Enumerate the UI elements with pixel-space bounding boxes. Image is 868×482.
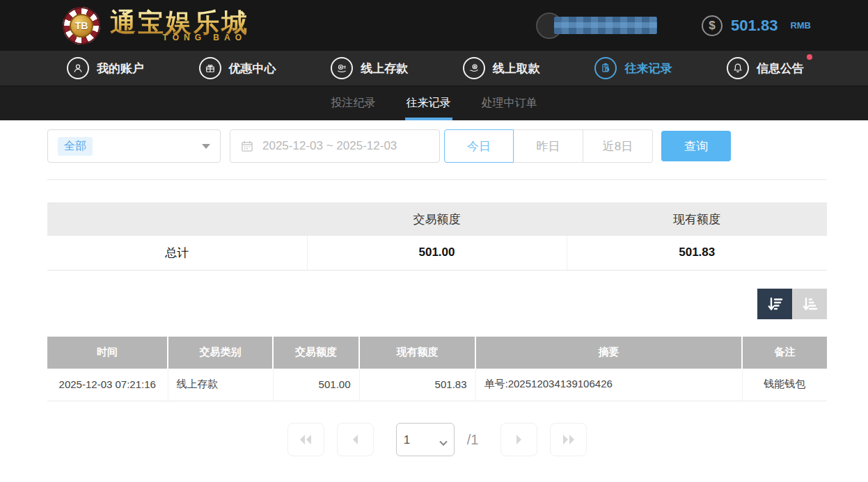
page-select[interactable]: 1: [396, 423, 455, 456]
sort-asc-icon: [800, 296, 819, 312]
next-page-icon: [514, 434, 524, 445]
deposit-icon: [331, 57, 353, 79]
withdraw-icon: [463, 57, 485, 79]
header-summary: 摘要: [475, 337, 742, 369]
date-range-input[interactable]: 2025-12-03 ~ 2025-12-03: [230, 129, 440, 163]
tab-bet-records[interactable]: 投注纪录: [330, 86, 377, 120]
header-current-balance: 现有额度: [359, 337, 475, 369]
pagination: 1 /1: [47, 423, 827, 456]
records-icon: [594, 57, 617, 79]
main-nav: 我的账户 优惠中心 线上存款 线上取款 往来记录: [0, 51, 868, 86]
content: 全部 2025-12-03 ~ 2025-12-03 今日 昨日 近8日 查询 …: [0, 129, 868, 456]
prev-page-icon: [350, 434, 360, 445]
gift-icon: [199, 57, 221, 79]
type-select[interactable]: 全部: [47, 129, 221, 163]
last-page-button[interactable]: [550, 423, 587, 456]
summary-total-label: 总计: [47, 236, 307, 270]
summary-total-row: 总计 501.00 501.83: [47, 236, 827, 270]
nav-item-promotions[interactable]: 优惠中心: [199, 57, 276, 79]
quick-date-group: 今日 昨日 近8日: [444, 129, 653, 163]
summary-header-transaction: 交易额度: [307, 202, 567, 236]
poker-chip-icon: TB: [63, 7, 100, 45]
tab-transaction-records[interactable]: 往来记录: [405, 86, 452, 120]
cell-transaction-amount: 501.00: [273, 369, 359, 401]
page-select-wrap: 1: [396, 423, 455, 456]
site-logo[interactable]: TB 通宝娱乐城 TONG BAO: [63, 7, 249, 45]
bell-icon: [727, 57, 749, 79]
nav-item-online-deposit[interactable]: 线上存款: [331, 57, 408, 79]
nav-item-announcements[interactable]: 信息公告: [727, 57, 804, 79]
last-8-days-button[interactable]: 近8日: [583, 129, 653, 163]
cell-time: 2025-12-03 07:21:16: [47, 369, 168, 401]
nav-label: 线上存款: [361, 61, 408, 77]
nav-item-online-withdraw[interactable]: 线上取款: [463, 57, 540, 79]
nav-label: 线上取款: [493, 61, 540, 77]
records-table: 时间 交易类别 交易额度 现有额度 摘要 备注 2025-12-03 07:21…: [47, 337, 827, 402]
summary-header-balance: 现有额度: [567, 202, 827, 236]
chevron-down-icon: [202, 144, 210, 149]
next-page-button[interactable]: [500, 423, 537, 456]
cell-transaction-type: 线上存款: [168, 369, 273, 401]
yesterday-button[interactable]: 昨日: [514, 129, 583, 163]
header-time: 时间: [47, 337, 168, 369]
summary-balance-total: 501.83: [567, 236, 827, 270]
sort-desc-icon: [766, 296, 784, 312]
sub-tab-bar: 投注纪录 往来记录 处理中订单: [0, 86, 868, 120]
top-right: $ 501.83 RMB: [536, 10, 811, 41]
summary-header-row: 交易额度 现有额度: [47, 202, 827, 236]
header-transaction-amount: 交易额度: [273, 337, 359, 369]
sort-row: [47, 289, 827, 319]
first-page-icon: [298, 434, 313, 445]
nav-item-transaction-records[interactable]: 往来记录: [594, 57, 672, 79]
nav-label: 信息公告: [757, 61, 804, 77]
logo-text: 通宝娱乐城 TONG BAO: [110, 9, 249, 42]
table-row: 2025-12-03 07:21:16 线上存款 501.00 501.83 单…: [47, 369, 827, 401]
logo-title: 通宝娱乐城: [110, 9, 249, 35]
first-page-button[interactable]: [287, 423, 324, 456]
divider: [47, 179, 827, 180]
header-transaction-type: 交易类别: [168, 337, 273, 369]
user-icon: [67, 57, 89, 79]
tab-label: 投注纪录: [331, 96, 376, 111]
dollar-icon: $: [702, 15, 723, 36]
filter-row: 全部 2025-12-03 ~ 2025-12-03 今日 昨日 近8日 查询: [47, 129, 827, 163]
summary-table: 交易额度 现有额度 总计 501.00 501.83: [47, 202, 827, 271]
cell-remark: 钱能钱包: [742, 369, 827, 401]
nav-item-my-account[interactable]: 我的账户: [67, 57, 144, 79]
search-button[interactable]: 查询: [661, 131, 731, 161]
summary-transaction-total: 501.00: [307, 236, 567, 270]
chip-label: TB: [70, 14, 93, 38]
username-redacted: [554, 17, 657, 34]
page-total: /1: [467, 432, 479, 448]
last-page-icon: [561, 434, 576, 445]
top-bar: TB 通宝娱乐城 TONG BAO $ 501.83 RMB: [0, 0, 868, 51]
type-select-value: 全部: [58, 137, 93, 156]
table-header-row: 时间 交易类别 交易额度 现有额度 摘要 备注: [47, 337, 827, 369]
notification-dot: [807, 54, 812, 60]
balance-amount: 501.83: [731, 17, 778, 35]
cell-summary: 单号:202512034139106426: [475, 369, 742, 401]
page: TB 通宝娱乐城 TONG BAO $ 501.83 RMB 我的账: [0, 0, 868, 482]
date-range-value: 2025-12-03 ~ 2025-12-03: [262, 139, 397, 153]
sort-ascending-button[interactable]: [792, 289, 827, 319]
header-remark: 备注: [742, 337, 827, 369]
nav-label: 优惠中心: [229, 61, 276, 77]
prev-page-button[interactable]: [337, 423, 374, 456]
user-area[interactable]: [536, 10, 657, 41]
today-button[interactable]: 今日: [444, 129, 514, 163]
nav-label: 我的账户: [97, 61, 144, 77]
balance-currency: RMB: [790, 20, 811, 31]
tab-label: 往来记录: [407, 96, 451, 111]
summary-header-empty: [47, 202, 307, 236]
calendar-icon: [240, 139, 254, 153]
logo-subtitle: TONG BAO: [163, 33, 246, 42]
active-tab-underline: [405, 118, 452, 120]
tab-label: 处理中订单: [482, 96, 537, 111]
tab-pending-orders[interactable]: 处理中订单: [480, 86, 539, 120]
balance-display: $ 501.83 RMB: [702, 15, 811, 36]
cell-current-balance: 501.83: [359, 369, 475, 401]
sort-descending-button[interactable]: [757, 289, 792, 319]
nav-label: 往来记录: [624, 61, 672, 77]
